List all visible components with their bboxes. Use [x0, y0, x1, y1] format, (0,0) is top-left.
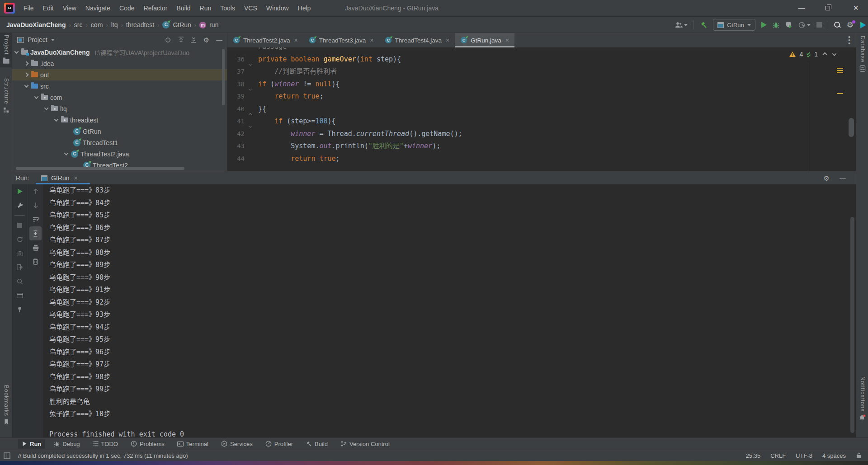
menu-item-file[interactable]: File: [19, 0, 38, 17]
rerun-button[interactable]: [12, 184, 27, 198]
vertical-scrollbar[interactable]: [222, 49, 225, 105]
profiler-button[interactable]: [798, 22, 811, 28]
menu-item-tools[interactable]: Tools: [216, 0, 240, 17]
tree-row[interactable]: ThreadTest2.java: [12, 148, 227, 160]
chevron-right-icon[interactable]: [24, 73, 29, 77]
tool-window-button-todo[interactable]: TODO: [89, 439, 122, 449]
exit-icon[interactable]: [12, 260, 27, 274]
editor-tab[interactable]: ThreadTest3.java×: [303, 33, 379, 47]
tool-window-button-build[interactable]: Build: [302, 439, 332, 449]
menu-item-vcs[interactable]: VCS: [240, 0, 262, 17]
breadcrumb-item[interactable]: threadtest: [126, 21, 154, 28]
strip-button-database[interactable]: Database: [856, 34, 868, 74]
expand-all-icon[interactable]: [178, 37, 184, 43]
hide-panel-icon[interactable]: —: [216, 36, 222, 43]
menu-item-navigate[interactable]: Navigate: [81, 0, 115, 17]
menu-item-edit[interactable]: Edit: [38, 0, 58, 17]
restart-debug-icon[interactable]: [12, 232, 27, 246]
search-everywhere-icon[interactable]: [834, 22, 841, 28]
next-problem-icon[interactable]: [832, 52, 837, 56]
chevron-down-icon[interactable]: [34, 94, 39, 99]
code-editor[interactable]: Passage36private boolean gameOver(int st…: [227, 47, 856, 171]
tool-window-button-debug[interactable]: Debug: [50, 439, 84, 449]
locate-file-icon[interactable]: [165, 37, 171, 43]
close-icon[interactable]: ×: [74, 174, 77, 182]
error-stripe-mark[interactable]: [837, 68, 843, 69]
tool-window-button-run[interactable]: Run: [18, 439, 45, 449]
up-stack-trace-icon[interactable]: [28, 184, 43, 198]
stop-process-button[interactable]: [12, 218, 27, 232]
run-button[interactable]: [761, 22, 767, 28]
modify-run-configuration-wrench-icon[interactable]: [12, 198, 27, 212]
run-settings-gear-icon[interactable]: ⚙: [824, 174, 830, 182]
menu-item-build[interactable]: Build: [172, 0, 195, 17]
close-icon[interactable]: ×: [294, 37, 298, 44]
print-icon[interactable]: [28, 240, 43, 254]
more-tabs-icon[interactable]: •••: [848, 36, 850, 45]
tree-row[interactable]: threadtest: [12, 114, 227, 126]
error-stripe-mark[interactable]: [837, 72, 843, 73]
editor-tab[interactable]: ThreadTest4.java×: [379, 33, 455, 47]
status-encoding[interactable]: UTF-8: [796, 452, 812, 459]
console-scrollbar[interactable]: [850, 217, 854, 433]
user-profile-icon[interactable]: [675, 22, 688, 28]
breadcrumb-item[interactable]: JavaDuoXianCheng: [6, 21, 66, 28]
close-icon[interactable]: ×: [505, 37, 509, 44]
pin-tab-icon[interactable]: [12, 302, 27, 316]
status-indent-size[interactable]: 4 spaces: [822, 452, 846, 459]
editor-scrollbar[interactable]: [849, 118, 854, 137]
menu-item-code[interactable]: Code: [115, 0, 139, 17]
status-caret-position[interactable]: 25:35: [746, 452, 761, 459]
prev-problem-icon[interactable]: [823, 52, 827, 56]
menu-item-window[interactable]: Window: [262, 0, 293, 17]
status-line-ending[interactable]: CRLF: [770, 452, 786, 459]
breadcrumb-item[interactable]: run: [209, 21, 218, 28]
tree-row[interactable]: GtRun: [12, 126, 227, 137]
close-icon[interactable]: ×: [370, 37, 373, 44]
run-with-coverage-button[interactable]: [785, 21, 793, 28]
tree-row[interactable]: out: [12, 69, 227, 80]
tree-row[interactable]: JavaDuoXianChengI:\课程学习\JAVA\project\Jav…: [12, 47, 227, 58]
chevron-down-icon[interactable]: [14, 49, 19, 54]
breadcrumb-item[interactable]: ltq: [111, 21, 118, 28]
menu-item-run[interactable]: Run: [195, 0, 216, 17]
tool-window-button-profiler[interactable]: Profiler: [261, 439, 297, 449]
editor-tab[interactable]: ThreadTest2.java×: [227, 33, 303, 47]
soft-wrap-icon[interactable]: [28, 212, 43, 226]
status-message[interactable]: // Build completed successfully in 1 sec…: [18, 452, 188, 459]
error-stripe-mark[interactable]: [837, 70, 843, 71]
restore-layout-icon[interactable]: [12, 288, 27, 302]
strip-button-project[interactable]: Project: [0, 33, 12, 67]
gradient-play-icon[interactable]: [859, 21, 867, 29]
chevron-down-icon[interactable]: [54, 117, 59, 122]
build-hammer-icon[interactable]: [700, 21, 707, 28]
tree-row[interactable]: src: [12, 80, 227, 92]
clear-all-trash-icon[interactable]: [28, 254, 43, 268]
minimize-button[interactable]: —: [791, 0, 812, 17]
settings-gear-icon[interactable]: ⚙: [847, 21, 854, 29]
run-configuration-select[interactable]: GtRun: [713, 19, 755, 31]
menu-item-help[interactable]: Help: [293, 0, 316, 17]
screenshot-camera-icon[interactable]: [12, 246, 27, 260]
tree-row[interactable]: com: [12, 92, 227, 103]
tool-window-button-services[interactable]: Services: [217, 439, 257, 449]
tool-window-button-terminal[interactable]: Terminal: [173, 439, 212, 449]
restore-button[interactable]: [817, 0, 838, 17]
down-stack-trace-icon[interactable]: [28, 198, 43, 212]
analyze-magnifier-icon[interactable]: [12, 274, 27, 288]
menu-item-view[interactable]: View: [58, 0, 81, 17]
scroll-to-end-icon[interactable]: [29, 226, 42, 240]
error-stripe-mark[interactable]: [837, 93, 843, 94]
close-icon[interactable]: ×: [446, 37, 449, 44]
tree-row[interactable]: ThreadTest1: [12, 137, 227, 148]
tree-row[interactable]: .idea: [12, 58, 227, 69]
inspections-widget[interactable]: 4 1: [789, 51, 836, 58]
strip-button-notifications[interactable]: Notifications: [856, 375, 868, 423]
hide-run-panel-icon[interactable]: —: [840, 174, 846, 182]
run-console[interactable]: 乌龟跑了===》83步乌龟跑了===》84步乌龟跑了===》85步乌龟跑了===…: [43, 184, 856, 437]
menu-item-refactor[interactable]: Refactor: [139, 0, 172, 17]
collapse-all-icon[interactable]: [191, 37, 197, 43]
chevron-down-icon[interactable]: [24, 83, 29, 88]
chevron-down-icon[interactable]: [64, 151, 69, 155]
strip-button-structure[interactable]: Structure: [0, 76, 12, 115]
